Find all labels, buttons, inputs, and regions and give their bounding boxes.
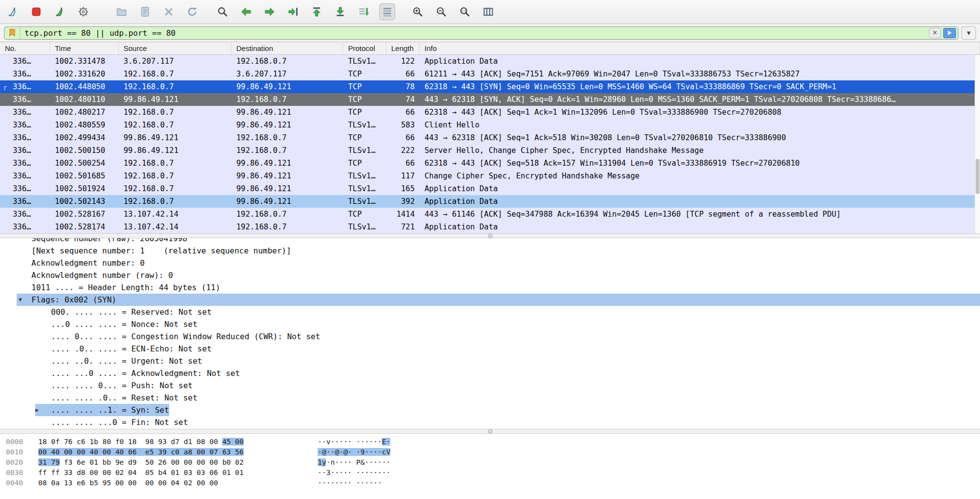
detail-row[interactable]: .... .0.. .... = ECN-Echo: Not set: [0, 343, 980, 355]
cell-info: 62318 → 443 [ACK] Seq=1 Ack=1 Win=132096…: [420, 106, 980, 119]
go-to-packet-button[interactable]: [285, 3, 301, 20]
gear-icon: [77, 6, 89, 18]
ascii-bytes: ·@··@·@· ·9····cV: [318, 447, 390, 457]
start-capture-button[interactable]: [5, 3, 21, 20]
reload-button[interactable]: [184, 3, 200, 20]
pane-splitter-1[interactable]: [0, 233, 980, 238]
packet-row[interactable]: 336… 1002.331478 3.6.207.117 192.168.0.7…: [0, 55, 980, 68]
restart-capture-button[interactable]: [52, 3, 68, 20]
expander-icon[interactable]: [35, 404, 51, 416]
packet-list-scrollbar[interactable]: [975, 55, 980, 233]
cell-time: 1002.331478: [50, 55, 119, 68]
first-packet-button[interactable]: [309, 3, 325, 20]
pane-splitter-2[interactable]: [0, 429, 980, 434]
expander-icon[interactable]: [35, 379, 51, 392]
column-header-destination[interactable]: Destination: [231, 42, 343, 54]
detail-row[interactable]: Acknowledgment number: 0: [0, 257, 980, 269]
detail-row[interactable]: 1011 .... = Header Length: 44 bytes (11): [0, 281, 980, 294]
packet-row[interactable]: 336… 1002.331620 192.168.0.7 3.6.207.117…: [0, 68, 980, 80]
detail-row[interactable]: .... .... 0... = Push: Not set: [0, 379, 980, 392]
next-packet-button[interactable]: [262, 3, 277, 20]
packet-row[interactable]: 336… 1002.499434 99.86.49.121 192.168.0.…: [0, 131, 980, 144]
detail-row[interactable]: .... .... .0.. = Reset: Not set: [0, 392, 980, 404]
display-filter-input[interactable]: tcp.port == 80 || udp.port == 80: [20, 28, 929, 38]
colorize-button[interactable]: [379, 3, 395, 20]
detail-row[interactable]: .... .... ...0 = Fin: Not set: [0, 416, 980, 428]
packet-row[interactable]: 336… 1002.502143 192.168.0.7 99.86.49.12…: [0, 195, 980, 208]
packet-row[interactable]: 336… 1002.480559 192.168.0.7 99.86.49.12…: [0, 119, 980, 131]
zoom-reset-button[interactable]: 1:1: [457, 3, 473, 20]
filter-clear-button[interactable]: ×: [929, 28, 941, 38]
detail-row[interactable]: Acknowledgment number (raw): 0: [0, 269, 980, 281]
packet-row[interactable]: 336… 1002.501924 192.168.0.7 99.86.49.12…: [0, 182, 980, 195]
cell-destination: 99.86.49.121: [231, 106, 343, 119]
packet-row[interactable]: 336… 1002.500254 192.168.0.7 99.86.49.12…: [0, 157, 980, 170]
detail-row[interactable]: .... ...0 .... = Acknowledgment: Not set: [0, 367, 980, 379]
expander-icon[interactable]: [35, 318, 51, 330]
expander-icon[interactable]: [19, 269, 31, 281]
hex-post: f3 6e 01 bb 9e d9 50 26 00 00 00 00 b0 0…: [60, 458, 244, 466]
packet-row[interactable]: 336… 1002.500150 99.86.49.121 192.168.0.…: [0, 144, 980, 157]
expander-icon[interactable]: [35, 330, 51, 343]
column-header-time[interactable]: Time: [50, 42, 119, 54]
display-filter-field[interactable]: tcp.port == 80 || udp.port == 80 ×: [4, 26, 958, 40]
cell-protocol: TCP: [343, 131, 386, 144]
expander-icon[interactable]: [35, 392, 51, 404]
filter-bookmark-button[interactable]: [4, 27, 20, 39]
open-file-button[interactable]: [114, 3, 129, 20]
filter-dropdown-button[interactable]: ▾: [961, 26, 976, 40]
packet-row[interactable]: 336… 1002.528174 13.107.42.14 192.168.0.…: [0, 221, 980, 233]
last-packet-button[interactable]: [332, 3, 348, 20]
capture-options-button[interactable]: [75, 3, 91, 20]
detail-row[interactable]: .... ..0. .... = Urgent: Not set: [0, 355, 980, 367]
auto-scroll-button[interactable]: [356, 3, 372, 20]
hex-row[interactable]: 0020 31 79 f3 6e 01 bb 9e d9 50 26 00 00…: [6, 457, 980, 468]
expander-icon[interactable]: [19, 238, 31, 245]
expander-icon[interactable]: [35, 416, 51, 428]
cell-info: 62318 → 443 [ACK] Seq=518 Ack=157 Win=13…: [420, 157, 980, 170]
expander-icon[interactable]: [35, 367, 51, 379]
column-header-no[interactable]: No.: [0, 42, 50, 54]
column-header-info[interactable]: Info: [420, 42, 980, 54]
expander-icon[interactable]: [19, 281, 31, 294]
stop-capture-button[interactable]: [28, 3, 44, 20]
zoom-out-button[interactable]: [433, 3, 449, 20]
detail-row[interactable]: Sequence number (raw): 2605041998: [0, 238, 980, 245]
find-packet-button[interactable]: [215, 3, 230, 20]
expander-icon[interactable]: [35, 306, 51, 318]
column-header-protocol[interactable]: Protocol: [343, 42, 386, 54]
packet-row[interactable]: 336… 1002.501685 192.168.0.7 99.86.49.12…: [0, 170, 980, 182]
scrollbar-thumb[interactable]: [976, 159, 980, 194]
packet-row[interactable]: 336… 1002.480110 99.86.49.121 192.168.0.…: [0, 93, 980, 106]
save-file-button[interactable]: [137, 3, 153, 20]
column-header-source[interactable]: Source: [119, 42, 231, 54]
packet-row[interactable]: 336… 1002.528167 13.107.42.14 192.168.0.…: [0, 208, 980, 221]
detail-row[interactable]: Flags: 0x002 (SYN): [17, 294, 980, 306]
expander-icon[interactable]: [35, 355, 51, 367]
cell-info: 62318 → 443 [SYN] Seq=0 Win=65535 Len=0 …: [420, 80, 980, 93]
filter-apply-button[interactable]: [943, 28, 956, 38]
detail-row[interactable]: ...0 .... .... = Nonce: Not set: [0, 318, 980, 330]
hex-row[interactable]: 0040 08 0a 13 e6 b5 95 00 00 00 00 04 02…: [6, 478, 980, 488]
column-header-length[interactable]: Length: [386, 42, 420, 54]
expander-icon[interactable]: [19, 245, 31, 257]
cell-length: 1414: [386, 208, 420, 221]
hex-row[interactable]: 0010 00 40 00 00 40 00 40 06 e5 39 c0 a8…: [6, 447, 980, 457]
hex-dump-pane: 0000 18 0f 76 c6 1b 80 f0 18 98 93 d7 d1…: [0, 434, 980, 499]
expander-icon[interactable]: [19, 294, 31, 306]
detail-row[interactable]: .... .... ..1. = Syn: Set: [0, 404, 980, 416]
expander-icon[interactable]: [19, 257, 31, 269]
hex-row[interactable]: 0030 ff ff 33 d8 00 00 02 04 05 b4 01 03…: [6, 468, 980, 478]
packet-row[interactable]: ┌336… 1002.448050 192.168.0.7 99.86.49.1…: [0, 80, 980, 93]
detail-row[interactable]: 000. .... .... = Reserved: Not set: [0, 306, 980, 318]
expander-icon[interactable]: [35, 343, 51, 355]
zoom-in-button[interactable]: [410, 3, 426, 20]
cell-destination: 192.168.0.7: [231, 208, 343, 221]
detail-row[interactable]: .... 0... .... = Congestion Window Reduc…: [0, 330, 980, 343]
previous-packet-button[interactable]: [238, 3, 254, 20]
packet-row[interactable]: 336… 1002.480217 192.168.0.7 99.86.49.12…: [0, 106, 980, 119]
detail-row[interactable]: [Next sequence number: 1 (relative seque…: [0, 245, 980, 257]
resize-columns-button[interactable]: [480, 3, 496, 20]
hex-row[interactable]: 0000 18 0f 76 c6 1b 80 f0 18 98 93 d7 d1…: [6, 437, 980, 447]
close-file-button[interactable]: [161, 3, 176, 20]
